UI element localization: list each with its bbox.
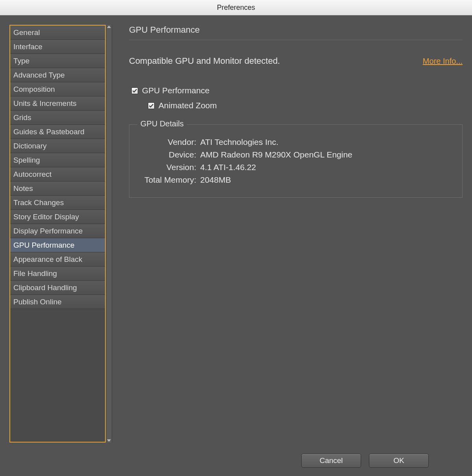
gpu-device-value: AMD Radeon R9 M290X OpenGL Engine [200,150,352,159]
sidebar-item[interactable]: GPU Performance [10,238,105,252]
sidebar-item[interactable]: Display Performance [10,224,105,238]
gpu-version-value: 4.1 ATI-1.46.22 [200,163,256,172]
gpu-vendor-value: ATI Technologies Inc. [200,137,278,147]
sidebar-item[interactable]: Appearance of Black [10,252,105,267]
sidebar-item[interactable]: Guides & Pasteboard [10,125,105,139]
animated-zoom-checkbox-row[interactable]: Animated Zoom [129,101,463,110]
gpu-details-legend: GPU Details [137,119,187,128]
checkmark-icon [149,103,154,108]
sidebar-item-label: Type [13,57,30,65]
window-body: GeneralInterfaceTypeAdvanced TypeComposi… [0,15,472,476]
sidebar-item[interactable]: File Handling [10,267,105,281]
gpu-status-text: Compatible GPU and Monitor detected. [129,56,280,66]
sidebar-item-label: Track Changes [13,198,64,207]
sidebar-filler [10,309,105,442]
preferences-sidebar: GeneralInterfaceTypeAdvanced TypeComposi… [9,25,106,443]
sidebar-item[interactable]: Advanced Type [10,68,105,82]
sidebar-item[interactable]: Clipboard Handling [10,281,105,295]
window-title: Preferences [217,4,255,12]
panel-title: GPU Performance [129,25,463,40]
scroll-down-icon[interactable] [107,439,111,442]
gpu-vendor-row: Vendor: ATI Technologies Inc. [137,137,454,147]
gpu-performance-checkbox-label: GPU Performance [142,86,210,95]
sidebar-item[interactable]: Notes [10,182,105,196]
sidebar-item[interactable]: Grids [10,111,105,125]
sidebar-item[interactable]: Autocorrect [10,167,105,182]
sidebar-item-label: General [13,28,40,37]
gpu-version-label: Version: [137,163,200,172]
cancel-button[interactable]: Cancel [301,454,361,468]
more-info-link[interactable]: More Info... [423,57,463,66]
sidebar-item-label: GPU Performance [13,241,74,249]
sidebar-item-label: Appearance of Black [13,255,82,263]
sidebar-item-label: Clipboard Handling [13,283,77,292]
animated-zoom-checkbox[interactable] [148,102,155,109]
gpu-device-row: Device: AMD Radeon R9 M290X OpenGL Engin… [137,150,454,159]
main-panel: GPU Performance Compatible GPU and Monit… [112,25,463,443]
sidebar-item[interactable]: Spelling [10,153,105,167]
gpu-memory-row: Total Memory: 2048MB [137,175,454,185]
sidebar-item[interactable]: Units & Increments [10,96,105,111]
sidebar-item-label: Units & Increments [13,99,77,107]
ok-button-label: OK [393,456,404,465]
sidebar-item-label: Autocorrect [13,170,52,178]
sidebar-item[interactable]: Track Changes [10,196,105,210]
ok-button[interactable]: OK [369,454,429,468]
gpu-performance-checkbox[interactable] [131,87,138,94]
sidebar-item-label: Display Performance [13,227,83,235]
gpu-memory-value: 2048MB [200,175,231,185]
sidebar-item-label: Publish Online [13,298,62,306]
sidebar-item-label: Notes [13,184,33,193]
checkmark-icon [132,88,137,93]
sidebar-container: GeneralInterfaceTypeAdvanced TypeComposi… [9,25,112,443]
sidebar-item-label: Guides & Pasteboard [13,128,85,136]
gpu-details-fieldset: GPU Details Vendor: ATI Technologies Inc… [129,124,463,198]
sidebar-item-label: Advanced Type [13,71,65,79]
sidebar-item-label: File Handling [13,269,57,278]
sidebar-item[interactable]: Composition [10,82,105,96]
sidebar-item-label: Composition [13,85,55,93]
sidebar-item-label: Story Editor Display [13,213,79,221]
sidebar-item-label: Grids [13,113,31,122]
sidebar-item-label: Spelling [13,156,40,164]
window-titlebar: Preferences [0,0,472,15]
sidebar-item-label: Interface [13,43,42,51]
cancel-button-label: Cancel [319,456,343,465]
gpu-performance-checkbox-row[interactable]: GPU Performance [129,86,463,95]
gpu-memory-label: Total Memory: [137,175,200,185]
sidebar-item[interactable]: General [10,26,105,40]
gpu-vendor-label: Vendor: [137,137,200,147]
sidebar-item[interactable]: Story Editor Display [10,210,105,224]
scroll-up-icon[interactable] [107,26,111,28]
sidebar-item[interactable]: Interface [10,40,105,54]
gpu-version-row: Version: 4.1 ATI-1.46.22 [137,163,454,172]
sidebar-item[interactable]: Dictionary [10,139,105,153]
sidebar-item[interactable]: Publish Online [10,295,105,309]
sidebar-item[interactable]: Type [10,54,105,68]
animated-zoom-checkbox-label: Animated Zoom [159,101,217,110]
sidebar-scrollbar[interactable] [106,25,112,443]
sidebar-item-label: Dictionary [13,142,46,150]
dialog-footer: Cancel OK [301,454,429,468]
gpu-device-label: Device: [137,150,200,159]
gpu-status-row: Compatible GPU and Monitor detected. Mor… [129,56,463,66]
